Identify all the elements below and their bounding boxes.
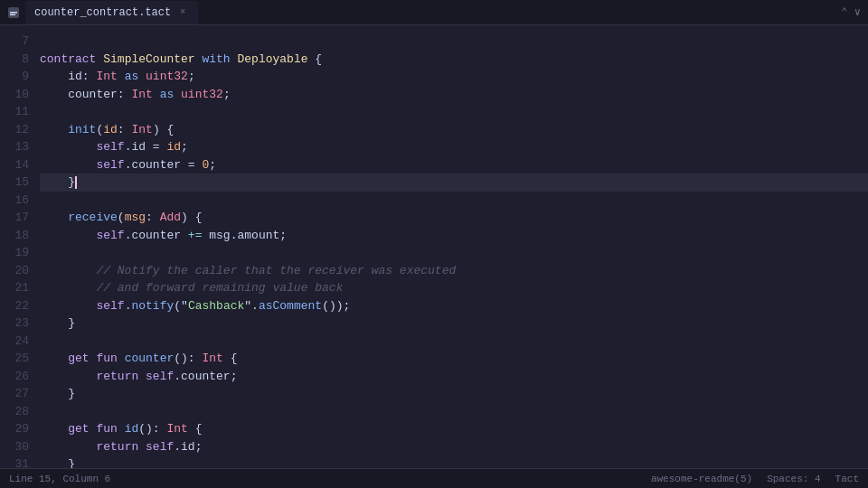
token-plain: id: xyxy=(40,68,96,86)
token-kw: get xyxy=(68,350,89,368)
line-number: 17 xyxy=(0,209,29,227)
token-plain xyxy=(40,297,96,315)
tab-filename: counter_contract.tact xyxy=(34,6,171,19)
token-self-kw: self xyxy=(96,227,124,245)
token-plain xyxy=(40,227,96,245)
line-number: 7 xyxy=(0,33,29,51)
svg-rect-2 xyxy=(10,14,15,15)
line-number: 27 xyxy=(0,385,29,403)
line-number: 31 xyxy=(0,455,29,468)
line-number: 11 xyxy=(0,103,29,121)
line-numbers: 7891011121314151617181920212223242526272… xyxy=(0,25,36,468)
token-plain xyxy=(40,121,68,139)
code-line: self.id = id; xyxy=(40,138,868,156)
token-kw: contract xyxy=(40,51,96,69)
code-line xyxy=(40,333,868,351)
token-str: Cashback xyxy=(188,297,244,315)
token-self-kw: self xyxy=(146,368,174,386)
token-plain: ; xyxy=(181,138,188,156)
token-plain: (): xyxy=(174,350,202,368)
line-number: 9 xyxy=(0,68,29,86)
token-plain xyxy=(138,68,146,86)
token-plain xyxy=(138,368,146,386)
token-plain: { xyxy=(188,420,203,438)
token-plain: (): xyxy=(138,420,166,438)
token-comment: // and forward remaining value back xyxy=(40,279,343,297)
token-self-kw: self xyxy=(96,156,124,174)
token-plain: } xyxy=(40,174,75,192)
token-plain xyxy=(174,86,181,104)
token-plain xyxy=(40,368,96,386)
code-line: get fun counter(): Int { xyxy=(40,350,868,368)
code-line: self.counter = 0; xyxy=(40,156,868,174)
token-plain xyxy=(40,420,68,438)
token-plain: msg.amount; xyxy=(202,227,287,245)
line-number: 8 xyxy=(0,51,29,69)
token-kw2: with xyxy=(202,51,230,69)
line-number: 26 xyxy=(0,368,29,386)
token-plain: counter: xyxy=(40,86,131,104)
status-bar: Line 15, Column 6 awesome-readme(5) Spac… xyxy=(0,468,868,488)
token-plain: : xyxy=(146,209,160,227)
language-indicator: Tact xyxy=(835,474,859,484)
line-number: 29 xyxy=(0,420,29,438)
code-area[interactable]: contract SimpleCounter with Deployable {… xyxy=(36,25,868,468)
title-bar-left: counter_contract.tact × xyxy=(7,1,198,24)
token-plain: } xyxy=(40,385,75,403)
line-number: 28 xyxy=(0,403,29,421)
token-type: uint32 xyxy=(181,86,223,104)
token-plain: .counter = xyxy=(125,156,203,174)
token-plain: } xyxy=(40,455,75,468)
token-plain xyxy=(40,138,96,156)
token-plain: } xyxy=(40,314,75,333)
code-line: // and forward remaining value back xyxy=(40,279,868,297)
token-plain: ()); xyxy=(322,297,350,315)
token-plain: . xyxy=(125,297,132,315)
title-bar-right: ⌃ ∨ xyxy=(841,5,861,19)
token-plain: ; xyxy=(188,68,195,86)
line-number: 14 xyxy=(0,156,29,174)
token-self-kw: self xyxy=(96,297,124,315)
token-plain xyxy=(118,350,125,368)
token-kw2: as xyxy=(125,68,139,86)
token-plain xyxy=(90,350,97,368)
code-line: return self.id; xyxy=(40,438,868,456)
token-plain: .id; xyxy=(174,438,202,456)
status-right: awesome-readme(5) Spaces: 4 Tact xyxy=(651,474,859,484)
token-plain: ; xyxy=(223,86,231,104)
code-line xyxy=(40,33,868,51)
line-number: 13 xyxy=(0,138,29,156)
token-fn: counter xyxy=(125,350,175,368)
line-number: 22 xyxy=(0,297,29,315)
token-fn: init xyxy=(68,121,96,139)
token-plain xyxy=(231,51,238,69)
token-param: msg xyxy=(125,209,146,227)
tab-close-icon[interactable]: × xyxy=(176,6,189,19)
editor-tab[interactable]: counter_contract.tact × xyxy=(25,1,198,24)
token-fn: id xyxy=(125,420,139,438)
code-line: init(id: Int) { xyxy=(40,121,868,139)
token-self-kw: self xyxy=(96,138,124,156)
token-plain: ; xyxy=(209,156,216,174)
code-line: self.notify("Cashback".asComment()); xyxy=(40,297,868,315)
token-plain xyxy=(138,438,146,456)
token-type: Int xyxy=(131,86,152,104)
token-plain: .counter xyxy=(125,227,188,245)
line-number: 16 xyxy=(0,192,29,210)
line-number: 30 xyxy=(0,438,29,456)
token-plain xyxy=(90,420,97,438)
token-op: += xyxy=(188,227,203,245)
token-plain xyxy=(118,68,125,86)
cursor-position: Line 15, Column 6 xyxy=(9,474,110,484)
line-number: 12 xyxy=(0,121,29,139)
code-line: return self.counter; xyxy=(40,368,868,386)
token-msg: Add xyxy=(160,209,181,227)
token-plain xyxy=(195,51,203,69)
code-line: } xyxy=(40,385,868,403)
token-plain: { xyxy=(223,350,238,368)
status-left: Line 15, Column 6 xyxy=(9,474,110,484)
token-plain xyxy=(118,420,125,438)
token-plain: (" xyxy=(174,297,188,315)
text-cursor xyxy=(75,176,77,189)
token-class-name: SimpleCounter xyxy=(103,51,194,69)
